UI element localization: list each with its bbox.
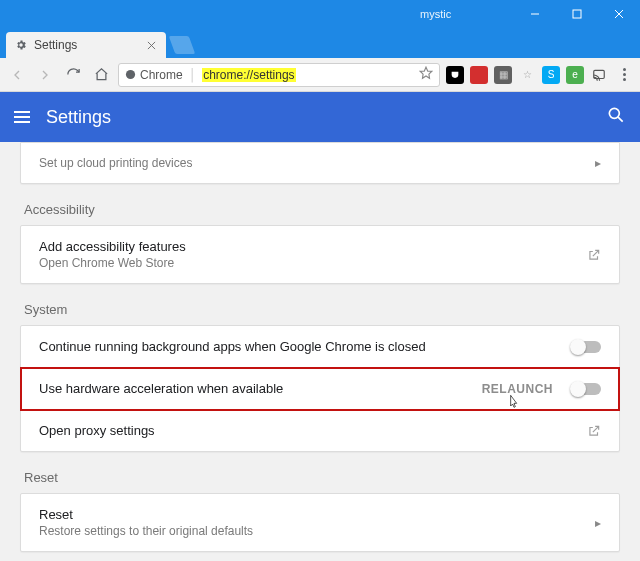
section-accessibility: Accessibility [24,202,616,217]
reset-title: Reset [39,507,583,522]
origin-label: Chrome [140,68,183,82]
system-card: Continue running background apps when Go… [20,325,620,452]
address-bar[interactable]: Chrome │ chrome://settings [118,63,440,87]
background-apps-label: Continue running background apps when Go… [39,339,559,354]
proxy-row[interactable]: Open proxy settings [21,410,619,451]
extension-cast-icon[interactable] [590,66,608,84]
window-minimize-button[interactable] [514,0,556,28]
page-title: Settings [46,107,590,128]
section-reset: Reset [24,470,616,485]
reset-card: Reset Restore settings to their original… [20,493,620,552]
menu-icon[interactable] [14,111,30,123]
chevron-right-icon: ▸ [595,156,601,170]
window-close-button[interactable] [598,0,640,28]
external-link-icon [587,248,601,262]
proxy-label: Open proxy settings [39,423,575,438]
reset-row[interactable]: Reset Restore settings to their original… [21,494,619,551]
window-user-label: mystic [420,8,451,20]
cloud-printing-label: Set up cloud printing devices [39,156,583,170]
back-button[interactable] [6,64,28,86]
settings-content[interactable]: Set up cloud printing devices ▸ Accessib… [0,142,640,561]
accessibility-row[interactable]: Add accessibility features Open Chrome W… [21,226,619,283]
extension-pocket-icon[interactable] [446,66,464,84]
section-system: System [24,302,616,317]
settings-header: Settings [0,92,640,142]
forward-button[interactable] [34,64,56,86]
home-button[interactable] [90,64,112,86]
svg-line-10 [618,117,623,122]
extension-green-icon[interactable]: e [566,66,584,84]
gear-icon [14,38,28,52]
extension-skype-icon[interactable]: S [542,66,560,84]
tab-close-button[interactable] [144,38,158,52]
bookmark-star-icon[interactable] [419,66,433,83]
tab-settings[interactable]: Settings [6,32,166,58]
chevron-right-icon: ▸ [595,516,601,530]
external-link-icon [587,424,601,438]
tab-strip: Settings [0,28,640,58]
cloud-printing-row[interactable]: Set up cloud printing devices ▸ [21,143,619,183]
svg-point-9 [609,108,619,118]
cloud-printing-card: Set up cloud printing devices ▸ [20,142,620,184]
svg-marker-7 [420,67,432,78]
tab-title: Settings [34,38,144,52]
url-text: chrome://settings [202,68,295,82]
accessibility-title: Add accessibility features [39,239,575,254]
window-maximize-button[interactable] [556,0,598,28]
extension-icons: ▦ ☆ S e [446,66,608,84]
browser-menu-button[interactable] [614,68,634,81]
svg-rect-1 [573,10,581,18]
extension-red-icon[interactable] [470,66,488,84]
search-icon[interactable] [606,105,626,130]
reset-sub: Restore settings to their original defau… [39,524,583,538]
browser-toolbar: Chrome │ chrome://settings ▦ ☆ S e [0,58,640,92]
accessibility-sub: Open Chrome Web Store [39,256,575,270]
accessibility-card: Add accessibility features Open Chrome W… [20,225,620,284]
site-identity[interactable]: Chrome [125,68,183,82]
chrome-icon [125,69,136,80]
background-apps-toggle[interactable] [571,341,601,353]
svg-point-6 [126,70,135,79]
window-titlebar: mystic [0,0,640,28]
relaunch-button[interactable]: RELAUNCH [482,382,553,396]
extension-grey-icon[interactable]: ▦ [494,66,512,84]
reload-button[interactable] [62,64,84,86]
hardware-accel-toggle[interactable] [571,383,601,395]
background-apps-row[interactable]: Continue running background apps when Go… [21,326,619,368]
hardware-accel-label: Use hardware acceleration when available [39,381,470,396]
hardware-accel-row[interactable]: Use hardware acceleration when available… [21,368,619,410]
new-tab-button[interactable] [169,36,196,54]
extension-star-icon[interactable]: ☆ [518,66,536,84]
